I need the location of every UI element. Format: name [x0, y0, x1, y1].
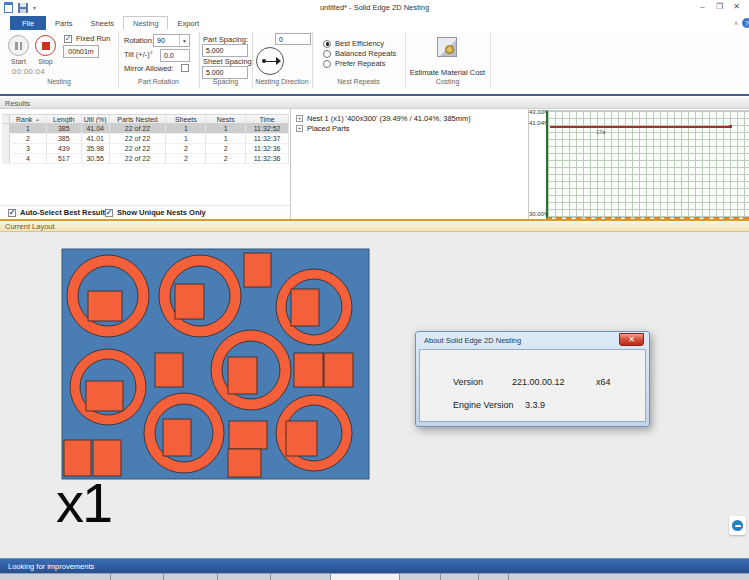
- rect-part: [228, 449, 261, 477]
- tree-item-2[interactable]: +Placed Parts: [291, 123, 528, 133]
- estimate-cost-button[interactable]: Estimate Material Cost: [405, 68, 490, 77]
- teamviewer-icon: [732, 520, 743, 531]
- tilt-field[interactable]: 0.0: [160, 49, 190, 62]
- table-cell: 2: [10, 134, 47, 143]
- remote-access-tray-icon[interactable]: [729, 516, 746, 535]
- tab-nesting[interactable]: Nesting: [123, 16, 168, 30]
- start-button[interactable]: [8, 35, 29, 56]
- dropdown-arrow-icon[interactable]: ▼: [179, 35, 189, 46]
- row-selector[interactable]: [2, 144, 10, 153]
- table-cell: 30.55: [82, 154, 110, 163]
- chart-plot-area: 17a: [546, 110, 749, 219]
- help-icon[interactable]: ?: [742, 18, 749, 28]
- expand-icon[interactable]: +: [296, 115, 303, 122]
- table-cell: 11:32:52: [246, 124, 289, 133]
- status-bar: Looking for improvements: [0, 558, 749, 573]
- part-spacing-field[interactable]: 5.000: [202, 44, 248, 57]
- checkbox-label: Show Unique Nests Only: [117, 208, 206, 217]
- table-row[interactable]: 238541.0122 of 221111:32:37: [2, 134, 289, 144]
- table-cell: 2: [166, 144, 206, 153]
- rotation-label: Rotation:: [124, 36, 154, 45]
- stop-icon: [42, 42, 50, 50]
- radio-1[interactable]: [323, 40, 331, 48]
- rotation-dropdown[interactable]: 90 ▼: [153, 34, 190, 47]
- rect-part: [286, 421, 317, 456]
- pause-icon: [15, 42, 22, 50]
- window-title: untitled* - Solid Edge 2D Nesting: [0, 3, 749, 12]
- rect-part: [175, 284, 204, 319]
- arch-value: x64: [596, 377, 611, 387]
- table-header-sheets[interactable]: Sheets: [166, 115, 206, 123]
- table-cell: 2: [206, 144, 246, 153]
- row-selector[interactable]: [2, 134, 10, 143]
- utilization-chart: 43.00% 41.04% 30.00% 17a: [529, 109, 749, 219]
- rect-part: [291, 289, 319, 326]
- tree-item-label: Nest 1 (x1) '400x300' (39.49% / 41.04%, …: [307, 114, 471, 123]
- table-header-rank[interactable]: Rank▲: [10, 115, 47, 123]
- group-label-nesting: Nesting: [0, 78, 118, 85]
- tree-item-1[interactable]: +Nest 1 (x1) '400x300' (39.49% / 41.04%,…: [291, 113, 528, 123]
- stop-label: Stop: [35, 58, 56, 65]
- table-cell: 1: [206, 124, 246, 133]
- taskbar-divider: [217, 574, 218, 580]
- tab-strip: PartsSheetsNestingExport: [46, 16, 208, 30]
- part-spacing-label: Part Spacing:: [203, 35, 248, 44]
- table-header-length[interactable]: Length: [47, 115, 82, 123]
- rect-part: [163, 419, 191, 456]
- option-auto-select-best-result: ✓Auto-Select Best Result: [8, 208, 105, 217]
- tab-export[interactable]: Export: [168, 16, 208, 30]
- restore-button[interactable]: ❐: [711, 0, 728, 13]
- minimize-button[interactable]: –: [694, 0, 711, 13]
- expand-icon[interactable]: +: [296, 125, 303, 132]
- table-header-time[interactable]: Time: [246, 115, 289, 123]
- table-cell: 2: [166, 154, 206, 163]
- table-header-row: Rank▲LengthUtil (%)Parts NestedSheetsNes…: [2, 114, 289, 124]
- collapse-ribbon-icon[interactable]: ˄: [734, 20, 738, 27]
- run-time-field[interactable]: 00h01m: [63, 45, 99, 58]
- mirror-checkbox[interactable]: [181, 64, 189, 72]
- row-selector[interactable]: [2, 124, 10, 133]
- table-cell: 517: [47, 154, 82, 163]
- taskbar-divider: [508, 574, 509, 580]
- table-row[interactable]: 138541.0422 of 221111:32:52: [2, 124, 289, 134]
- table-header-parts-nested[interactable]: Parts Nested: [110, 115, 167, 123]
- chart-annotation: 17a: [596, 129, 605, 135]
- checkbox-label: Auto-Select Best Result: [20, 208, 105, 217]
- tab-sheets[interactable]: Sheets: [82, 16, 123, 30]
- radio-3[interactable]: [323, 60, 331, 68]
- option-show-unique-nests-only: ✓Show Unique Nests Only: [105, 208, 206, 217]
- taskbar-divider: [110, 574, 111, 580]
- checkbox[interactable]: ✓: [105, 209, 113, 217]
- about-close-button[interactable]: ✕: [619, 333, 644, 346]
- table-cell: 1: [166, 134, 206, 143]
- table-cell: 22 of 22: [110, 134, 167, 143]
- results-panel: Rank▲LengthUtil (%)Parts NestedSheetsNes…: [0, 109, 749, 219]
- rect-part: [294, 353, 323, 387]
- tab-parts[interactable]: Parts: [46, 16, 82, 30]
- radio-2[interactable]: [323, 50, 331, 58]
- rect-part: [86, 381, 123, 411]
- table-row[interactable]: 451730.5522 of 222211:32:36: [2, 154, 289, 164]
- table-cell: 439: [47, 144, 82, 153]
- close-button[interactable]: ✕: [728, 0, 745, 13]
- tab-file[interactable]: File: [10, 16, 46, 30]
- sort-asc-icon: ▲: [35, 117, 39, 122]
- checkbox[interactable]: ✓: [8, 209, 16, 217]
- stop-button[interactable]: [35, 35, 56, 56]
- radio-row-prefer-repeats: Prefer Repeats: [323, 59, 385, 68]
- row-selector[interactable]: [2, 154, 10, 163]
- results-table: Rank▲LengthUtil (%)Parts NestedSheetsNes…: [2, 114, 289, 164]
- radio-row-balanced-repeats: Balanced Repeats: [323, 49, 396, 58]
- direction-angle-field[interactable]: 0: [275, 33, 311, 45]
- table-cell: 385: [47, 134, 82, 143]
- table-row[interactable]: 343935.9822 of 222211:32:36: [2, 144, 289, 154]
- nesting-direction-dial[interactable]: [256, 47, 284, 75]
- sheet-multiplier-label: x1: [56, 470, 111, 535]
- fixed-run-checkbox[interactable]: ✓: [64, 35, 72, 43]
- table-header-util-[interactable]: Util (%): [82, 115, 110, 123]
- estimate-cost-icon[interactable]: [437, 37, 457, 57]
- rect-part: [228, 357, 257, 394]
- tree-item-label: Placed Parts: [307, 124, 350, 133]
- table-header-nests[interactable]: Nests: [206, 115, 246, 123]
- table-cell: 1: [10, 124, 47, 133]
